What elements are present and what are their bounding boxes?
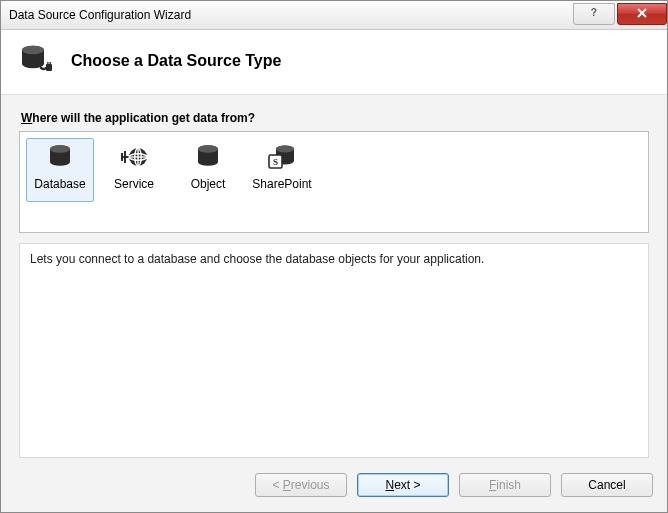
close-button[interactable] <box>617 3 667 25</box>
option-label: Service <box>114 177 154 191</box>
finish-button: Finish <box>459 473 551 497</box>
svg-point-17 <box>198 145 218 153</box>
svg-point-19 <box>276 146 294 153</box>
next-button[interactable]: Next > <box>357 473 449 497</box>
prompt-label: Where will the application get data from… <box>21 111 649 125</box>
help-button[interactable]: ? <box>573 3 615 25</box>
svg-point-2 <box>22 46 44 54</box>
titlebar: Data Source Configuration Wizard ? <box>1 1 667 30</box>
svg-rect-5 <box>50 62 51 65</box>
wizard-footer: < Previous Next > Finish Cancel <box>1 458 667 512</box>
option-database[interactable]: Database <box>26 138 94 202</box>
option-sharepoint[interactable]: S SharePoint <box>248 138 316 202</box>
database-icon <box>47 143 73 171</box>
svg-point-7 <box>50 145 70 153</box>
svg-text:?: ? <box>591 7 597 18</box>
help-icon: ? <box>589 7 599 22</box>
option-label: Object <box>191 177 226 191</box>
svg-text:S: S <box>273 157 278 167</box>
wizard-header: Choose a Data Source Type <box>1 30 667 95</box>
option-label: SharePoint <box>252 177 311 191</box>
data-source-options: Database Service <box>19 131 649 233</box>
option-description: Lets you connect to a database and choos… <box>19 243 649 458</box>
object-icon <box>195 143 221 171</box>
svg-rect-4 <box>47 62 48 65</box>
option-label: Database <box>34 177 85 191</box>
previous-button: < Previous <box>255 473 347 497</box>
cancel-button[interactable]: Cancel <box>561 473 653 497</box>
sharepoint-icon: S <box>268 143 296 171</box>
window-title: Data Source Configuration Wizard <box>1 8 191 22</box>
svg-rect-3 <box>46 64 52 71</box>
wizard-body: Where will the application get data from… <box>1 95 667 458</box>
database-plug-icon <box>19 44 53 78</box>
option-object[interactable]: Object <box>174 138 242 202</box>
wizard-heading: Choose a Data Source Type <box>71 52 281 70</box>
option-service[interactable]: Service <box>100 138 168 202</box>
wizard-window: Data Source Configuration Wizard ? <box>0 0 668 513</box>
service-icon <box>119 143 149 171</box>
close-icon <box>637 7 647 21</box>
